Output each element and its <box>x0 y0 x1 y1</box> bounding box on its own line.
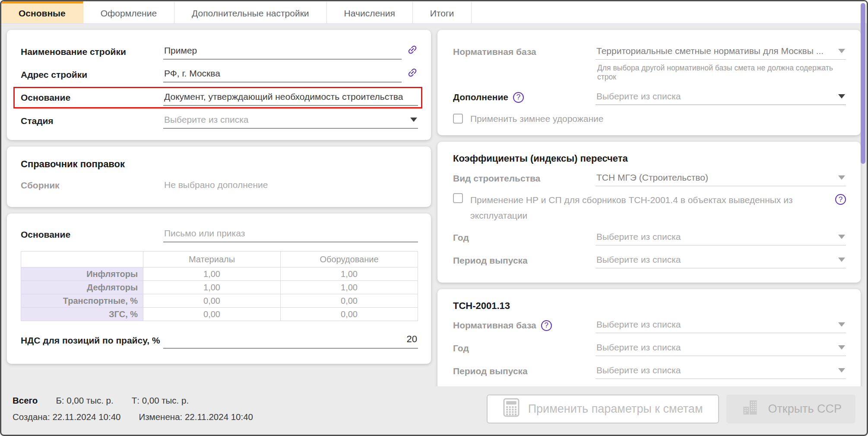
tsn-year-select: Выберите из списка <box>596 341 846 356</box>
calculator-icon <box>503 398 520 420</box>
buildings-icon <box>740 398 759 420</box>
release-period-select: Выберите из списка <box>596 253 846 268</box>
indices-basis-input[interactable]: Письмо или приказ <box>163 226 418 242</box>
stage-row: Стадия Выберите из списка <box>21 109 418 132</box>
addition-select[interactable]: Выберите из списка <box>596 89 846 105</box>
row-label: Дефляторы <box>21 281 143 294</box>
construction-name-row: Наименование стройки Пример <box>21 40 418 63</box>
table-row: Дефляторы 1,00 1,00 <box>21 281 418 294</box>
construction-type-select: ТСН МГЭ (Строительство) <box>596 171 846 186</box>
left-column: Наименование стройки Пример Адрес стройк… <box>7 30 431 386</box>
year-label: Год <box>453 232 596 243</box>
tsn-normbase-placeholder: Выберите из списка <box>596 319 681 330</box>
equipment-cell[interactable]: 1,00 <box>281 267 418 281</box>
chevron-down-icon <box>838 235 845 239</box>
tab-nachisleniya[interactable]: Начисления <box>327 1 413 23</box>
general-info-card: Наименование стройки Пример Адрес стройк… <box>7 30 431 140</box>
normbase-value: Территориальные сметные нормативы для Мо… <box>596 46 824 56</box>
tsn-card: ТСН-2001.13 Нормативная база ? Выберите … <box>437 289 861 386</box>
basis-value: Документ, утверждающий необходимость стр… <box>164 92 403 102</box>
tsn-year-row: Год Выберите из списка <box>453 337 846 360</box>
footer-bar: Всего Б: 0,00 тыс. р. Т: 0,00 тыс. р. Со… <box>1 386 867 435</box>
normative-base-card: Нормативная база Территориальные сметные… <box>437 30 861 135</box>
table-row: Инфляторы 1,00 1,00 <box>21 267 418 281</box>
modified-timestamp: Изменена: 22.11.2024 10:40 <box>139 412 253 422</box>
tab-itogi[interactable]: Итоги <box>413 1 472 23</box>
estimate-parameters-window: Основные Оформление Дополнительные настр… <box>0 0 868 436</box>
equipment-cell[interactable]: 0,00 <box>281 308 418 321</box>
construction-type-value: ТСН МГЭ (Строительство) <box>596 172 708 183</box>
stage-label: Стадия <box>21 116 163 126</box>
materials-cell[interactable]: 1,00 <box>143 281 281 294</box>
materials-cell[interactable]: 1,00 <box>143 267 281 281</box>
normbase-label: Нормативная база <box>453 47 596 57</box>
chevron-down-icon <box>838 49 845 53</box>
tsn-year-label: Год <box>453 343 596 353</box>
help-icon[interactable]: ? <box>513 92 524 103</box>
vertical-scrollbar-thumb[interactable] <box>861 3 865 164</box>
construction-type-row: Вид строительства ТСН МГЭ (Строительство… <box>453 167 846 190</box>
construction-address-input[interactable]: РФ, г. Москва <box>163 67 402 83</box>
content-area: Наименование стройки Пример Адрес стройк… <box>1 24 867 386</box>
equipment-header: Оборудование <box>281 251 418 267</box>
collection-value: Не выбрано дополнение <box>164 180 268 190</box>
total-label: Всего <box>13 395 38 406</box>
tab-dop-nastroyki[interactable]: Дополнительные настройки <box>174 1 326 23</box>
chevron-down-icon <box>838 368 845 372</box>
equipment-cell[interactable]: 1,00 <box>281 281 418 294</box>
construction-name-input[interactable]: Пример <box>163 44 402 60</box>
normbase-select: Территориальные сметные нормативы для Мо… <box>596 44 846 60</box>
apply-parameters-button[interactable]: Применить параметры к сметам <box>487 395 719 423</box>
vat-input[interactable]: 20 <box>163 332 418 349</box>
right-column: Нормативная база Территориальные сметные… <box>437 30 861 386</box>
link-icon[interactable] <box>407 44 418 57</box>
construction-type-label: Вид строительства <box>453 173 596 184</box>
link-icon[interactable] <box>407 67 418 80</box>
tab-osnovnye[interactable]: Основные <box>1 1 83 23</box>
row-label: Инфляторы <box>21 267 143 281</box>
construction-address-value: РФ, г. Москва <box>164 68 220 79</box>
open-ssr-button[interactable]: Открыть ССР <box>726 395 855 423</box>
year-select: Выберите из списка <box>596 230 846 245</box>
normbase-helper-text: Для выбора другой нормативной базы смета… <box>596 63 846 86</box>
tsn-title: ТСН-2001.13 <box>453 300 846 312</box>
vat-label: НДС для позиций по прайсу, % <box>21 335 163 346</box>
open-ssr-label: Открыть ССР <box>768 402 842 416</box>
tab-bar: Основные Оформление Дополнительные настр… <box>1 1 867 24</box>
addition-placeholder: Выберите из списка <box>596 91 681 102</box>
chevron-down-icon <box>410 118 417 122</box>
help-icon[interactable]: ? <box>835 194 846 205</box>
construction-address-row: Адрес стройки РФ, г. Москва <box>21 63 418 86</box>
total-current-value: Т: 0,00 тыс. р. <box>132 395 189 406</box>
construction-name-value: Пример <box>164 45 197 56</box>
table-row: Транспортные, % 0,00 0,00 <box>21 294 418 308</box>
coefficients-card: Коэффициенты (индексы) пересчета Вид стр… <box>437 142 861 282</box>
materials-cell[interactable]: 0,00 <box>143 294 281 308</box>
basis-label: Основание <box>21 92 163 103</box>
stage-placeholder: Выберите из списка <box>164 115 249 125</box>
tsn-period-row: Период выпуска Выберите из списка <box>453 360 846 383</box>
winter-cost-checkbox[interactable] <box>453 114 463 124</box>
tsn-normbase-label-text: Нормативная база <box>453 320 536 331</box>
row-label: ЗГС, % <box>21 308 143 321</box>
nrsp-row: Применение НР и СП для сборников ТСН-200… <box>453 192 846 223</box>
materials-header: Материалы <box>143 251 281 267</box>
nrsp-label: Применение НР и СП для сборников ТСН-200… <box>470 192 828 223</box>
corrections-card: Справочник поправок Сборник Не выбрано д… <box>7 146 431 207</box>
totals-block: Всего Б: 0,00 тыс. р. Т: 0,00 тыс. р. Со… <box>13 395 253 422</box>
materials-cell[interactable]: 0,00 <box>143 308 281 321</box>
chevron-down-icon <box>838 345 845 350</box>
basis-input[interactable]: Документ, утверждающий необходимость стр… <box>163 90 418 106</box>
empty-header-cell <box>21 251 143 267</box>
basis-row-highlighted: Основание Документ, утверждающий необход… <box>13 87 422 108</box>
tsn-normbase-label: Нормативная база ? <box>453 320 596 331</box>
help-icon[interactable]: ? <box>541 320 552 331</box>
created-timestamp: Создана: 22.11.2024 10:40 <box>13 412 120 422</box>
equipment-cell[interactable]: 0,00 <box>281 294 418 308</box>
nrsp-checkbox[interactable] <box>453 193 463 203</box>
tsn-period-select: Выберите из списка <box>596 363 846 379</box>
tsn-period-label: Период выпуска <box>453 366 596 376</box>
tab-oformlenie[interactable]: Оформление <box>83 1 174 23</box>
corrections-title: Справочник поправок <box>21 159 418 170</box>
stage-select[interactable]: Выберите из списка <box>163 113 418 129</box>
